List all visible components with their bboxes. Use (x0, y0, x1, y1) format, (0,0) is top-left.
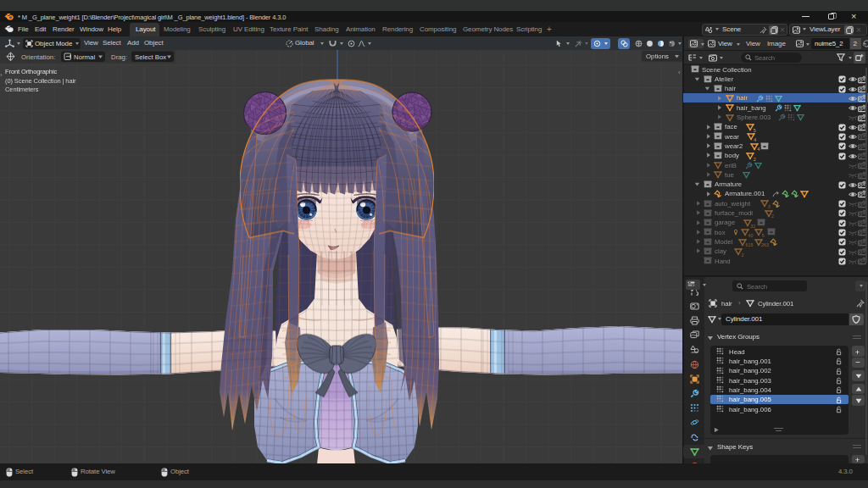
svg-text:Options: Options (646, 53, 669, 60)
svg-text:Select Box: Select Box (135, 53, 166, 61)
svg-text:‹: ‹ (678, 68, 681, 75)
svg-text:›: › (0, 70, 3, 78)
svg-text:Front Orthographic: Front Orthographic (5, 67, 57, 75)
svg-text:Drag:: Drag: (111, 53, 127, 61)
svg-text:Normal: Normal (74, 53, 95, 61)
svg-text:Orientation:: Orientation: (21, 53, 55, 61)
svg-text:Centimeters: Centimeters (5, 86, 39, 93)
svg-text:(0) Scene Collection | hair: (0) Scene Collection | hair (5, 76, 76, 84)
